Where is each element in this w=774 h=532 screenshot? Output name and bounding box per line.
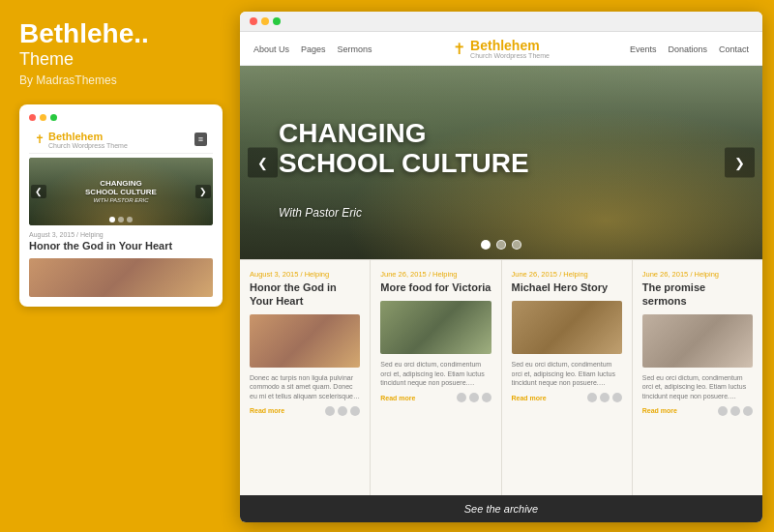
social-icons-3 xyxy=(587,393,622,402)
social-icon-3-3[interactable] xyxy=(612,393,622,402)
archive-text: See the archive xyxy=(464,503,538,515)
post-text-4: Sed eu orci dictum, condimentum orci et,… xyxy=(642,373,753,401)
mobile-logo: ✝ Bethlehem Church Wordpress Theme xyxy=(35,131,128,149)
social-icon-1-2[interactable] xyxy=(457,393,466,402)
read-more-3[interactable]: Read more xyxy=(512,395,547,401)
post-meta-4: June 26, 2015 / Helping xyxy=(642,270,753,279)
mobile-dot-yellow xyxy=(40,114,46,121)
nav-sermons[interactable]: Sermons xyxy=(338,44,372,54)
theme-subtitle: Theme xyxy=(19,49,221,70)
hero-indicator-3[interactable] xyxy=(512,240,521,250)
mobile-mockup: ✝ Bethlehem Church Wordpress Theme ≡ ❮ C… xyxy=(19,104,223,307)
hero-indicator-2[interactable] xyxy=(496,240,506,250)
post-image-4 xyxy=(642,314,753,368)
social-icons-2 xyxy=(457,393,491,402)
post-footer-2: Read more xyxy=(380,393,491,402)
post-title-4: The promise sermons xyxy=(642,281,753,309)
social-icons-4 xyxy=(718,406,753,416)
nav-contact[interactable]: Contact xyxy=(719,44,749,54)
mobile-article-image xyxy=(29,258,213,297)
hamburger-icon[interactable]: ≡ xyxy=(194,133,207,146)
mobile-slide-indicators xyxy=(109,217,133,222)
post-img-1 xyxy=(250,314,360,368)
post-img-2 xyxy=(380,301,491,354)
desktop-logo-name: Bethlehem xyxy=(470,39,550,52)
archive-bar[interactable]: See the archive xyxy=(240,495,762,522)
mobile-indicator-3[interactable] xyxy=(127,217,133,222)
mobile-indicator-1[interactable] xyxy=(109,217,115,222)
desktop-cross-icon: ✝ xyxy=(453,40,465,58)
social-icon-1-1[interactable] xyxy=(325,406,335,416)
social-icon-3-4[interactable] xyxy=(743,406,753,416)
social-icon-2-4[interactable] xyxy=(730,406,740,416)
nav-right-links: Events Donations Contact xyxy=(550,44,749,54)
desktop-nav-logo: ✝ Bethlehem Church Wordpress Theme xyxy=(453,39,550,59)
read-more-4[interactable]: Read more xyxy=(642,407,677,414)
mobile-traffic-lights xyxy=(29,114,213,121)
blog-post-1: August 3, 2015 / Helping Honor the God i… xyxy=(240,260,371,495)
post-img-3 xyxy=(512,301,622,354)
hero-title-line2: SCHOOL CULTURE xyxy=(279,149,529,179)
post-image-2 xyxy=(380,301,491,354)
hero-slide-indicators xyxy=(481,240,521,250)
post-text-2: Sed eu orci dictum, condimentum orci et,… xyxy=(380,360,491,388)
social-icon-2-1[interactable] xyxy=(338,406,347,416)
mobile-article-meta: August 3, 2015 / Helping xyxy=(29,231,213,238)
mobile-next-button[interactable]: ❯ xyxy=(195,185,211,198)
blog-post-2: June 26, 2015 / Helping More food for Vi… xyxy=(371,260,501,495)
mobile-indicator-2[interactable] xyxy=(118,217,124,222)
post-title-3: Michael Hero Story xyxy=(512,281,622,295)
post-footer-1: Read more xyxy=(250,406,360,416)
mobile-header: ✝ Bethlehem Church Wordpress Theme ≡ xyxy=(29,127,213,154)
nav-about[interactable]: About Us xyxy=(253,44,289,54)
cross-icon: ✝ xyxy=(35,133,45,146)
blog-section: August 3, 2015 / Helping Honor the God i… xyxy=(240,259,762,495)
post-title-2: More food for Victoria xyxy=(380,281,491,295)
read-more-2[interactable]: Read more xyxy=(380,395,415,401)
theme-title: Bethlehe.. xyxy=(19,19,221,49)
nav-donations[interactable]: Donations xyxy=(668,44,707,54)
social-icon-2-3[interactable] xyxy=(600,393,610,402)
post-meta-1: August 3, 2015 / Helping xyxy=(250,270,360,279)
desktop-dot-green xyxy=(273,17,281,25)
desktop-dot-yellow xyxy=(261,17,269,25)
post-image-1 xyxy=(250,314,360,368)
desktop-hero: CHANGING SCHOOL CULTURE With Pastor Eric… xyxy=(240,66,762,259)
social-icon-1-4[interactable] xyxy=(718,406,728,416)
mobile-prev-button[interactable]: ❮ xyxy=(31,185,46,198)
blog-post-3: June 26, 2015 / Helping Michael Hero Sto… xyxy=(502,260,633,495)
read-more-1[interactable]: Read more xyxy=(250,407,284,414)
nav-events[interactable]: Events xyxy=(630,44,657,54)
hero-indicator-1[interactable] xyxy=(481,240,491,250)
desktop-logo-sub: Church Wordpress Theme xyxy=(470,52,550,59)
mobile-dot-red xyxy=(29,114,36,121)
social-icons-1 xyxy=(325,406,360,416)
desktop-mockup: About Us Pages Sermons ✝ Bethlehem Churc… xyxy=(240,12,762,522)
social-icon-3-2[interactable] xyxy=(482,393,491,402)
post-meta-2: June 26, 2015 / Helping xyxy=(380,270,491,279)
social-icon-3-1[interactable] xyxy=(350,406,360,416)
post-img-4 xyxy=(642,314,753,368)
post-title-1: Honor the God in Your Heart xyxy=(250,281,360,309)
post-footer-4: Read more xyxy=(642,406,753,416)
hero-title-line1: CHANGING xyxy=(279,119,529,149)
social-icon-1-3[interactable] xyxy=(587,393,597,402)
desktop-traffic-lights xyxy=(240,12,762,32)
hero-prev-button[interactable]: ❮ xyxy=(248,148,278,178)
desktop-hero-title: CHANGING SCHOOL CULTURE xyxy=(279,119,529,179)
left-panel: Bethlehe.. Theme By MadrasThemes ✝ Bethl… xyxy=(0,0,240,532)
mobile-hero-title-line2: SCHOOL CULTURE xyxy=(85,188,157,197)
post-text-3: Sed eu orci dictum, condimentum orci et,… xyxy=(512,360,622,388)
hero-next-button[interactable]: ❯ xyxy=(725,148,755,178)
desktop-hero-subtitle: With Pastor Eric xyxy=(279,206,362,220)
blog-post-4: June 26, 2015 / Helping The promise serm… xyxy=(633,260,762,495)
theme-author: By MadrasThemes xyxy=(19,74,221,87)
desktop-nav: About Us Pages Sermons ✝ Bethlehem Churc… xyxy=(240,33,762,66)
mobile-hero-title-line1: CHANGING xyxy=(85,179,157,189)
social-icon-2-2[interactable] xyxy=(469,393,479,402)
post-image-3 xyxy=(512,301,622,354)
mobile-logo-text: Bethlehem xyxy=(48,131,128,142)
post-meta-3: June 26, 2015 / Helping xyxy=(512,270,622,279)
nav-pages[interactable]: Pages xyxy=(301,44,326,54)
desktop-dot-red xyxy=(250,17,257,25)
